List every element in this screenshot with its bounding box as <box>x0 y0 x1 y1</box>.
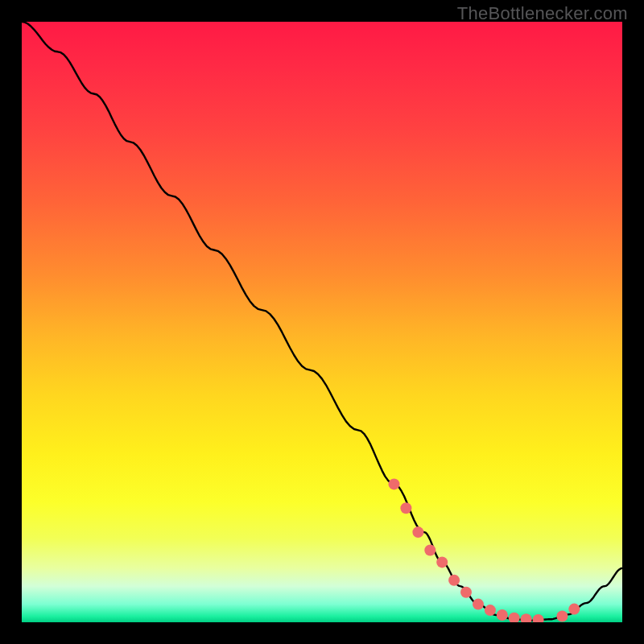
curve-marker <box>412 526 423 538</box>
curve-marker <box>497 609 508 621</box>
curve-marker <box>400 502 411 514</box>
curve-marker <box>556 611 568 622</box>
curve-marker <box>568 604 580 615</box>
curve-marker <box>533 614 544 622</box>
plot-area <box>22 22 622 622</box>
chart-frame: TheBottlenecker.com <box>0 0 644 644</box>
curve-marker <box>509 613 520 622</box>
curve-marker <box>448 575 460 586</box>
curve-marker <box>473 599 484 610</box>
curve-marker <box>485 605 496 616</box>
curve-path <box>22 22 622 621</box>
curve-marker <box>389 478 400 489</box>
curve-marker <box>436 556 448 568</box>
curve-marker <box>424 545 436 556</box>
curve-marker <box>460 587 472 598</box>
curve-marker <box>521 613 532 622</box>
bottleneck-curve <box>22 22 622 622</box>
